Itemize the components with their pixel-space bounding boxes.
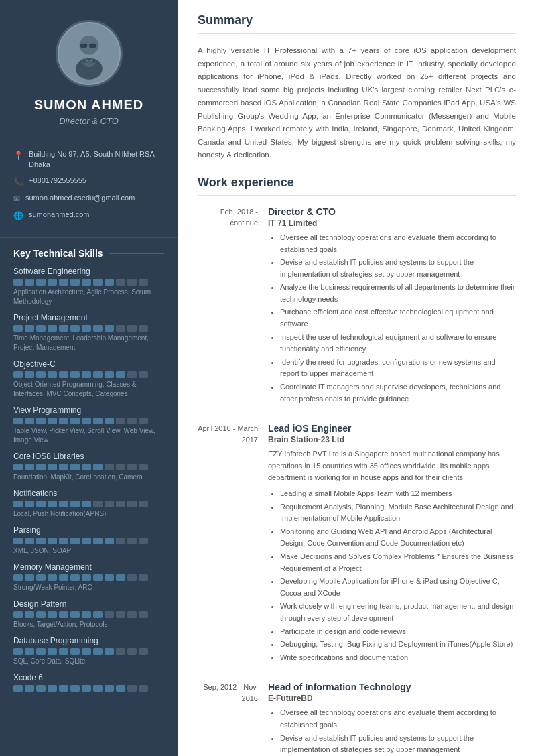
- skill-dot: [70, 611, 80, 618]
- work-bullet-item: Monitoring and Guiding Web API and Andro…: [280, 526, 516, 550]
- skill-dot: [70, 371, 80, 378]
- skill-dot: [139, 418, 148, 424]
- skill-dot: [70, 418, 80, 424]
- contact-website: 🌐 sumonahmed.com: [13, 210, 164, 222]
- skill-dot: [25, 685, 34, 692]
- skill-dot: [93, 464, 103, 470]
- skill-dot: [48, 574, 57, 581]
- skill-dot: [105, 325, 114, 332]
- skill-dot: [25, 325, 34, 332]
- skill-dot: [105, 611, 114, 618]
- location-icon: 📍: [13, 150, 23, 162]
- skill-dot: [127, 279, 137, 286]
- skill-dot: [25, 538, 34, 544]
- skill-item: NotificationsLocal, Push Notification(AP…: [13, 489, 164, 519]
- skill-dot: [93, 279, 103, 286]
- skill-dot: [59, 501, 68, 507]
- skill-dot: [82, 464, 91, 470]
- work-entry: April 2016 - March 2017Lead iOS Engineer…: [198, 423, 516, 665]
- skill-name: Parsing: [13, 525, 164, 535]
- work-bullet-item: Participate in design and code reviews: [280, 626, 516, 638]
- skill-dot: [82, 371, 91, 378]
- skill-desc: Table View, Picker View, Scroll View, We…: [13, 426, 164, 445]
- skill-bar: [13, 611, 164, 618]
- skill-dot: [70, 574, 80, 581]
- skill-dot: [36, 685, 46, 692]
- skill-dot: [25, 501, 34, 507]
- skill-dot: [139, 611, 148, 618]
- work-bullet-item: Work closely with engineering teams, pro…: [280, 601, 516, 624]
- skill-dot: [48, 371, 57, 378]
- work-job-title: Director & CTO: [268, 206, 516, 217]
- skill-dot: [25, 418, 34, 424]
- skill-dot: [82, 279, 91, 286]
- contact-email: ✉ sumon.ahmed.csedu@gmail.com: [13, 193, 164, 205]
- work-entry: Sep, 2012 - Nov, 2016Head of Information…: [198, 682, 516, 756]
- skill-desc: Application Architecture, Agile Process,…: [13, 288, 164, 306]
- work-bullets: Leading a small Mobile Apps Team with 12…: [268, 488, 516, 664]
- skill-dot: [25, 611, 34, 618]
- skill-dot: [127, 325, 137, 332]
- skill-bar: [13, 371, 164, 378]
- skill-dot: [59, 279, 68, 286]
- work-company: E-FutureBD: [268, 694, 516, 703]
- skill-dot: [36, 611, 46, 618]
- skill-dot: [82, 611, 91, 618]
- work-company: Brain Station-23 Ltd: [268, 435, 516, 444]
- avatar: [56, 20, 123, 87]
- skill-dot: [105, 279, 114, 286]
- skill-name: Memory Management: [13, 562, 164, 572]
- skill-desc: Object Oriented Programming, Classes & I…: [13, 380, 164, 399]
- skill-name: Software Engineering: [13, 267, 164, 276]
- skill-desc: Time Management, Leadership Management, …: [13, 334, 164, 353]
- skill-dot: [82, 574, 91, 581]
- skill-dot: [36, 538, 46, 544]
- skill-dot: [116, 501, 125, 507]
- skill-dot: [36, 325, 46, 332]
- skill-dot: [70, 279, 80, 286]
- skill-dot: [93, 501, 103, 507]
- skill-dot: [25, 464, 34, 470]
- skill-dot: [116, 325, 125, 332]
- skill-item: Project ManagementTime Management, Leade…: [13, 313, 164, 353]
- skill-dot: [36, 464, 46, 470]
- skill-dot: [48, 325, 57, 332]
- work-container: Feb, 2018 - continueDirector & CTOIT 71 …: [198, 206, 516, 756]
- skill-bar: [13, 648, 164, 655]
- skill-name: Xcode 6: [13, 673, 164, 682]
- work-date: Sep, 2012 - Nov, 2016: [198, 682, 258, 756]
- work-bullet-item: Purchase efficient and cost effective te…: [280, 306, 516, 330]
- skill-item: Database ProgrammingSQL, Core Data, SQLi…: [13, 636, 164, 666]
- skill-dot: [13, 574, 23, 581]
- work-bullets: Oversee all technology operations and ev…: [268, 707, 516, 756]
- skill-item: Core iOS8 LibrariesFoundation, MapKit, C…: [13, 452, 164, 482]
- skill-item: Xcode 6: [13, 673, 164, 692]
- work-title: Work experience: [198, 176, 516, 196]
- skill-dot: [116, 611, 125, 618]
- skill-dot: [116, 418, 125, 424]
- sidebar-title: Director & CTO: [59, 116, 119, 126]
- skill-dot: [13, 685, 23, 692]
- skill-dot: [139, 538, 148, 544]
- sidebar-name: SUMON AHMED: [34, 97, 144, 113]
- skill-dot: [127, 371, 137, 378]
- work-bullet-item: Identify the need for upgrades, configur…: [280, 357, 516, 380]
- svg-rect-3: [89, 44, 96, 48]
- skill-dot: [127, 538, 137, 544]
- skill-dot: [36, 648, 46, 655]
- skill-dot: [36, 279, 46, 286]
- skill-dot: [25, 648, 34, 655]
- work-content: Lead iOS EngineerBrain Station-23 LtdEZY…: [268, 423, 516, 665]
- skill-bar: [13, 538, 164, 544]
- skill-bar: [13, 501, 164, 507]
- work-content: Director & CTOIT 71 LimitedOversee all t…: [268, 206, 516, 406]
- skill-dot: [59, 418, 68, 424]
- skill-dot: [82, 648, 91, 655]
- work-date: April 2016 - March 2017: [198, 423, 258, 665]
- skill-dot: [93, 418, 103, 424]
- skill-dot: [105, 648, 114, 655]
- contact-phone: 📞 +8801792555555: [13, 176, 164, 188]
- skill-name: Design Pattern: [13, 599, 164, 609]
- work-bullet-item: Developing Mobile Application for iPhone…: [280, 576, 516, 599]
- skill-dot: [70, 464, 80, 470]
